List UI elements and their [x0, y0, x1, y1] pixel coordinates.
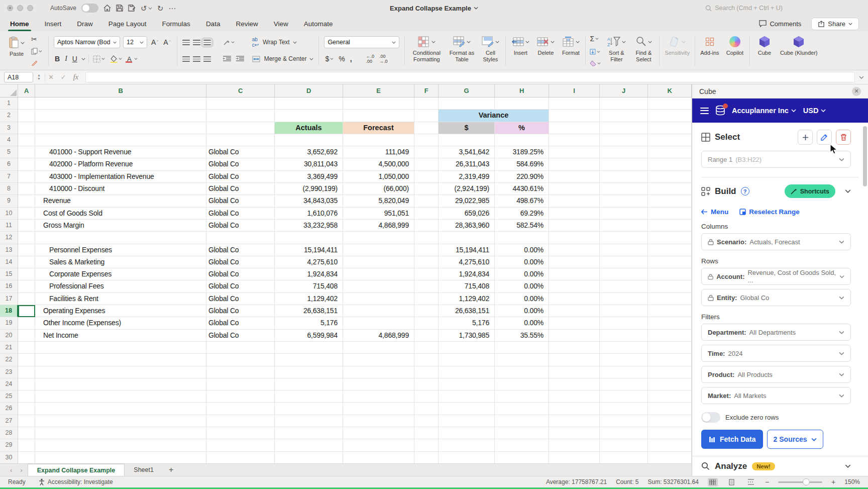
row-header-3[interactable]: 3 [0, 122, 18, 134]
cell-E1[interactable] [343, 97, 414, 110]
align-top-icon[interactable] [182, 40, 190, 45]
cell-J6[interactable] [600, 158, 648, 170]
cell-G11[interactable]: 28,363,960 [439, 220, 495, 232]
comma-format-icon[interactable]: , [349, 55, 353, 63]
cell-K23[interactable] [648, 366, 692, 378]
cell-E11[interactable]: 4,868,999 [343, 220, 414, 232]
cell-G13[interactable]: 15,194,411 [439, 244, 495, 256]
market-filter-dropdown[interactable]: Market:All Markets [701, 387, 851, 404]
cell-H13[interactable]: 0.00% [495, 244, 549, 256]
cell-A5[interactable] [18, 146, 35, 158]
cell-K17[interactable] [648, 293, 692, 305]
cell-I25[interactable] [549, 390, 600, 403]
cell-F13[interactable] [414, 244, 439, 256]
cell-C9[interactable]: Global Co [206, 195, 275, 207]
cell-G24[interactable] [439, 378, 495, 390]
tab-data[interactable]: Data [205, 18, 222, 30]
cell-A2[interactable] [18, 110, 35, 122]
cell-B12[interactable] [35, 232, 206, 244]
cell-D4[interactable] [275, 134, 343, 146]
cell-H11[interactable]: 582.54% [495, 220, 549, 232]
cell-G20[interactable]: 1,730,985 [439, 330, 495, 342]
cell-C2[interactable] [206, 110, 275, 122]
column-header-D[interactable]: D [275, 84, 343, 97]
normal-view-icon[interactable] [708, 478, 718, 486]
delete-range-button[interactable] [836, 130, 851, 145]
cell-C25[interactable] [206, 390, 275, 403]
cell-C30[interactable] [206, 452, 275, 463]
cell-D12[interactable] [275, 232, 343, 244]
tab-home[interactable]: Home [9, 18, 30, 30]
cell-D29[interactable] [275, 439, 343, 451]
cell-F2[interactable] [414, 110, 439, 122]
align-bottom-icon[interactable] [203, 40, 211, 45]
cell-F21[interactable] [414, 342, 439, 354]
cell-J16[interactable] [600, 280, 648, 292]
cell-E7[interactable]: 1,050,000 [343, 171, 414, 183]
align-middle-icon[interactable] [193, 40, 200, 45]
cell-K24[interactable] [648, 378, 692, 390]
currency-selector[interactable]: USD [803, 107, 826, 115]
fill-icon[interactable] [589, 49, 602, 55]
cell-H17[interactable]: 0.00% [495, 293, 549, 305]
borders-icon[interactable] [92, 55, 106, 63]
sheet-tab-active[interactable]: Expand Collapse Example [28, 464, 125, 476]
cut-icon[interactable]: ✂ [30, 35, 43, 43]
row-header-25[interactable]: 25 [0, 390, 18, 403]
cell-G29[interactable] [439, 439, 495, 451]
cell-J3[interactable] [600, 122, 648, 134]
column-header-C[interactable]: C [206, 84, 275, 97]
cell-K11[interactable] [648, 220, 692, 232]
cell-C24[interactable] [206, 378, 275, 390]
cell-K14[interactable] [648, 256, 692, 268]
cell-K26[interactable] [648, 403, 692, 415]
cell-K1[interactable] [648, 97, 692, 110]
formula-input[interactable] [85, 72, 855, 82]
next-sheet-icon[interactable]: › [20, 466, 22, 474]
column-header-K[interactable]: K [648, 84, 692, 97]
row-header-29[interactable]: 29 [0, 439, 18, 451]
row-header-16[interactable]: 16 [0, 280, 18, 292]
clear-icon[interactable] [589, 60, 602, 66]
database-icon[interactable] [715, 105, 726, 116]
cell-I9[interactable] [549, 195, 600, 207]
cell-E2[interactable] [343, 110, 414, 122]
exclude-zero-rows-toggle[interactable] [701, 412, 720, 423]
tab-automate[interactable]: Automate [303, 18, 334, 30]
number-format-select[interactable]: General [324, 36, 399, 48]
cell-E25[interactable] [343, 390, 414, 403]
minimize-window-button[interactable] [17, 5, 23, 11]
cell-J27[interactable] [600, 415, 648, 427]
cell-D8[interactable]: (2,990,199) [275, 183, 343, 195]
cell-C5[interactable]: Global Co [206, 146, 275, 158]
cell-E15[interactable] [343, 268, 414, 280]
cell-K7[interactable] [648, 171, 692, 183]
insert-cells-button[interactable]: Insert [509, 34, 532, 67]
cell-E28[interactable] [343, 427, 414, 439]
edit-range-button[interactable] [817, 130, 832, 145]
cell-B10[interactable]: Cost of Goods Sold [35, 208, 206, 220]
cell-B8[interactable]: 410000 - Discount [35, 183, 206, 195]
row-header-5[interactable]: 5 [0, 146, 18, 158]
cell-I20[interactable] [549, 330, 600, 342]
accessibility-status[interactable]: Accessibility: Investigate [39, 478, 113, 485]
cell-E3[interactable]: Forecast [343, 122, 414, 134]
zoom-window-button[interactable] [27, 5, 33, 11]
cell-A15[interactable] [18, 268, 35, 280]
cell-D10[interactable]: 1,610,076 [275, 208, 343, 220]
cell-C10[interactable]: Global Co [206, 208, 275, 220]
cell-D7[interactable]: 3,369,499 [275, 171, 343, 183]
cell-D22[interactable] [275, 354, 343, 366]
cell-J9[interactable] [600, 195, 648, 207]
row-header-15[interactable]: 15 [0, 268, 18, 280]
cell-F25[interactable] [414, 390, 439, 403]
close-panel-icon[interactable]: ✕ [852, 87, 861, 96]
cell-I16[interactable] [549, 280, 600, 292]
cell-H25[interactable] [495, 390, 549, 403]
merge-center-button[interactable]: Merge & Center [251, 51, 314, 66]
cell-D9[interactable]: 34,843,035 [275, 195, 343, 207]
cell-D27[interactable] [275, 415, 343, 427]
cell-G21[interactable] [439, 342, 495, 354]
cell-H28[interactable] [495, 427, 549, 439]
cell-J26[interactable] [600, 403, 648, 415]
